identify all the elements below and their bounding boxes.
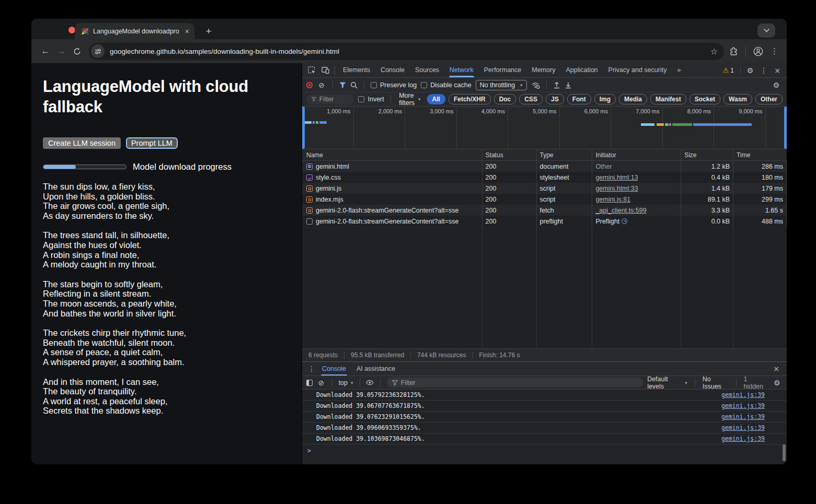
console-source-link[interactable]: gemini.js:39 (721, 424, 765, 431)
tab-elements[interactable]: Elements (338, 63, 375, 77)
column-header-size[interactable]: Size (681, 149, 733, 160)
overview-handle-right[interactable] (784, 107, 787, 149)
column-header-type[interactable]: Type (537, 149, 593, 160)
export-har-icon[interactable] (565, 81, 572, 89)
reload-button[interactable] (69, 43, 85, 59)
column-header-initiator[interactable]: Initiator (592, 149, 681, 160)
tab-memory[interactable]: Memory (527, 63, 560, 77)
chip-css[interactable]: CSS (519, 94, 543, 104)
devtools-close-icon[interactable]: × (771, 66, 784, 75)
more-tabs-icon[interactable]: » (672, 63, 685, 77)
chip-doc[interactable]: Doc (494, 94, 516, 104)
issues-counter[interactable]: ⚠ 1 (720, 66, 737, 74)
disable-cache-checkbox[interactable]: Disable cache (421, 81, 472, 89)
devtools-settings-icon[interactable]: ⚙ (744, 66, 756, 75)
back-button[interactable]: ← (38, 43, 53, 59)
console-message[interactable]: Downloaded 39.0960693359375%. gemini.js:… (302, 423, 787, 433)
console-message[interactable]: Downloaded 39.06707763671875%. gemini.js… (302, 401, 787, 412)
tab-console[interactable]: Console (376, 63, 409, 77)
create-llm-session-button[interactable]: Create LLM session (43, 137, 121, 149)
tab-application[interactable]: Application (561, 63, 602, 77)
network-conditions-icon[interactable] (531, 81, 540, 89)
new-tab-button[interactable]: + (202, 25, 215, 38)
console-message[interactable]: Downloaded 39.05792236328125%. gemini.js… (302, 390, 787, 401)
console-source-link[interactable]: gemini.js:39 (721, 391, 765, 398)
search-icon[interactable] (350, 81, 358, 89)
console-source-link[interactable]: gemini.js:39 (721, 435, 765, 442)
tab-sources[interactable]: Sources (410, 63, 444, 77)
preserve-log-checkbox[interactable]: Preserve log (371, 81, 417, 89)
chip-manifest[interactable]: Manifest (650, 94, 686, 104)
drawer-tab-console[interactable]: Console (317, 362, 351, 376)
invert-checkbox[interactable]: Invert (358, 96, 384, 103)
table-row[interactable]: style.css 200 stylesheet gemini.html:13 … (302, 172, 787, 183)
tab-privacy-security[interactable]: Privacy and security (604, 63, 672, 77)
tab-search-button[interactable] (757, 24, 775, 38)
console-source-link[interactable]: gemini.js:39 (721, 402, 765, 409)
drawer-tab-ai-assistance[interactable]: AI assistance (351, 362, 400, 376)
chip-all[interactable]: All (427, 94, 445, 104)
preflight-info-icon[interactable] (622, 218, 627, 224)
table-row[interactable]: gemini-2.0-flash:streamGenerateContent?a… (302, 205, 787, 216)
tab-network[interactable]: Network (445, 63, 478, 77)
import-har-icon[interactable] (553, 81, 560, 89)
throttling-select[interactable]: No throttling ▾ (476, 80, 527, 90)
column-header-time[interactable]: Time (733, 149, 787, 160)
console-settings-icon[interactable]: ⚙ (771, 379, 783, 387)
initiator-link[interactable]: gemini.html:13 (595, 174, 638, 181)
inspect-element-icon[interactable] (305, 65, 318, 76)
console-context-select[interactable]: top ▾ (339, 379, 353, 386)
network-settings-icon[interactable]: ⚙ (770, 81, 783, 89)
bookmark-star-icon[interactable]: ☆ (710, 46, 718, 56)
chip-js[interactable]: JS (546, 94, 564, 104)
network-overview-timeline[interactable]: 1,000 ms 2,000 ms 3,000 ms 4,000 ms 5,00… (302, 107, 787, 149)
console-filter-input[interactable] (401, 379, 638, 386)
device-toolbar-icon[interactable] (319, 65, 331, 76)
chip-wasm[interactable]: Wasm (723, 94, 752, 104)
live-expression-eye-icon[interactable] (366, 380, 374, 385)
forward-button[interactable]: → (53, 43, 69, 59)
table-row[interactable]: index.mjs 200 script gemini.js:81 89.1 k… (302, 194, 787, 205)
chip-other[interactable]: Other (755, 94, 783, 104)
no-issues-label[interactable]: No Issues (703, 376, 729, 390)
devtools-menu-icon[interactable]: ⋮ (757, 66, 770, 75)
column-header-name[interactable]: Name (302, 149, 482, 160)
tab-performance[interactable]: Performance (479, 63, 526, 77)
chip-fetch-xhr[interactable]: Fetch/XHR (449, 94, 491, 104)
initiator-link[interactable]: gemini.html:33 (595, 185, 638, 192)
url-text[interactable]: googlechrome.github.io/samples/downloadi… (110, 48, 710, 55)
initiator-link[interactable]: gemini.js:81 (595, 196, 630, 203)
extensions-icon[interactable] (729, 47, 738, 56)
column-header-status[interactable]: Status (482, 149, 537, 160)
console-source-link[interactable]: gemini.js:39 (721, 413, 765, 420)
console-sidebar-icon[interactable] (306, 380, 313, 386)
address-bar[interactable]: googlechrome.github.io/samples/downloadi… (89, 43, 724, 60)
overview-handle-left[interactable] (302, 107, 305, 149)
initiator-link[interactable]: _api_client.ts:599 (595, 207, 646, 214)
table-row[interactable]: gemini-2.0-flash:streamGenerateContent?a… (302, 216, 787, 227)
prompt-llm-button[interactable]: Prompt LLM (126, 137, 178, 149)
chip-socket[interactable]: Socket (689, 94, 720, 104)
drawer-menu-icon[interactable]: ⋮ (306, 365, 317, 373)
console-scrollbar-thumb[interactable] (783, 444, 786, 461)
site-settings-button[interactable] (91, 44, 105, 58)
network-filter-input[interactable] (319, 96, 349, 103)
browser-menu-icon[interactable]: ⋮ (771, 46, 778, 56)
more-filters-button[interactable]: More filters ▾ (397, 92, 422, 107)
chip-media[interactable]: Media (619, 94, 647, 104)
clear-network-log-icon[interactable]: ⊘ (317, 81, 326, 89)
filter-icon[interactable] (339, 82, 346, 88)
chip-img[interactable]: Img (594, 94, 616, 104)
table-row[interactable]: gemini.js 200 script gemini.html:33 1.4 … (302, 183, 787, 194)
console-prompt[interactable]: > (302, 444, 787, 457)
default-levels-select[interactable]: Default levels ▾ (647, 376, 687, 390)
table-row[interactable]: gemini.html 200 document Other 1.2 kB 28… (302, 161, 787, 172)
chip-font[interactable]: Font (567, 94, 591, 104)
record-network-log-button[interactable] (306, 82, 313, 88)
clear-console-icon[interactable]: ⊘ (317, 379, 326, 387)
console-message[interactable]: Downloaded 39.07623291015625%. gemini.js… (302, 412, 787, 423)
drawer-close-icon[interactable]: × (770, 365, 783, 373)
tab-close-icon[interactable]: × (184, 28, 190, 35)
browser-tab[interactable]: 🎉 LanguageModel downloadpro × (75, 23, 194, 39)
console-message[interactable]: Downloaded 39.10369873046875%. gemini.js… (302, 433, 787, 444)
